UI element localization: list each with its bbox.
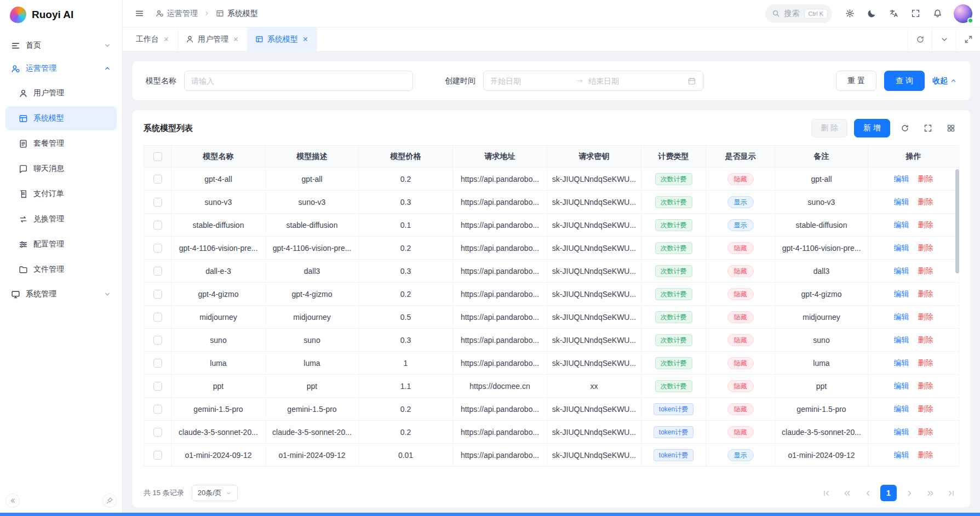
select-all-checkbox[interactable] <box>153 152 162 161</box>
prev-page-button[interactable] <box>859 485 876 501</box>
collapse-filter-link[interactable]: 收起 <box>932 76 957 86</box>
row-checkbox[interactable] <box>153 359 162 368</box>
operations-icon <box>156 9 164 18</box>
tab-menu-button[interactable] <box>932 27 956 51</box>
refresh-tab-button[interactable] <box>908 27 932 51</box>
row-checkbox[interactable] <box>153 405 162 414</box>
column-settings-button[interactable] <box>943 120 959 136</box>
row-checkbox[interactable] <box>153 175 162 184</box>
page-size-select[interactable]: 20条/页 <box>192 485 238 501</box>
dark-mode-button[interactable] <box>863 5 880 22</box>
delete-link[interactable]: 删除 <box>918 427 933 436</box>
delete-link[interactable]: 删除 <box>918 335 933 344</box>
fullscreen-button[interactable] <box>907 5 924 22</box>
edit-link[interactable]: 编辑 <box>894 197 909 206</box>
sidebar-item-models[interactable]: 系统模型 <box>5 106 117 130</box>
sidebar-group-system[interactable]: 系统管理 <box>5 283 117 306</box>
row-checkbox[interactable] <box>153 451 162 460</box>
language-button[interactable] <box>885 5 902 22</box>
sidebar-group-operations[interactable]: 运营管理 <box>5 57 117 80</box>
cell-remark: o1-mini-2024-09-12 <box>775 444 868 467</box>
edit-link[interactable]: 编辑 <box>894 243 909 252</box>
row-checkbox[interactable] <box>153 221 162 230</box>
edit-link[interactable]: 编辑 <box>894 381 909 390</box>
tab-models[interactable]: 系统模型 <box>248 27 317 51</box>
last-page-button[interactable] <box>943 485 959 501</box>
create-time-range-picker[interactable] <box>483 71 703 91</box>
delete-link[interactable]: 删除 <box>918 266 933 275</box>
table-scrollbar[interactable] <box>955 169 959 273</box>
delete-link[interactable]: 删除 <box>918 312 933 321</box>
sidebar-item-chat-messages[interactable]: 聊天消息 <box>5 157 117 181</box>
cell-model-name: gemini-1.5-pro <box>171 398 266 421</box>
collapse-sidebar-button[interactable] <box>5 494 20 508</box>
delete-link[interactable]: 删除 <box>918 358 933 367</box>
brand[interactable]: Ruoyi AI <box>0 0 122 30</box>
user-avatar[interactable] <box>954 4 972 23</box>
end-date-input[interactable] <box>588 77 669 85</box>
delete-link[interactable]: 删除 <box>918 174 933 183</box>
breadcrumb-item-operations[interactable]: 运营管理 <box>156 9 198 19</box>
row-checkbox[interactable] <box>153 313 162 322</box>
row-checkbox[interactable] <box>153 336 162 345</box>
tab-workbench[interactable]: 工作台 <box>128 27 178 51</box>
model-table-body: gpt-4-allgpt-all0.2https://api.pandarobo… <box>144 168 959 467</box>
delete-link[interactable]: 删除 <box>918 220 933 229</box>
edit-link[interactable]: 编辑 <box>894 289 909 298</box>
edit-link[interactable]: 编辑 <box>894 427 909 436</box>
tab-close-icon[interactable] <box>163 36 170 43</box>
sidebar-item-home[interactable]: 首页 <box>5 34 117 57</box>
delete-link[interactable]: 删除 <box>918 450 933 459</box>
maximize-content-button[interactable] <box>956 27 980 51</box>
row-checkbox[interactable] <box>153 290 162 299</box>
sidebar-item-files[interactable]: 文件管理 <box>5 257 117 282</box>
reset-button[interactable]: 重 置 <box>836 71 876 91</box>
start-date-input[interactable] <box>490 77 571 85</box>
delete-link[interactable]: 删除 <box>918 197 933 206</box>
sidebar-item-exchange[interactable]: 兑换管理 <box>5 207 117 231</box>
pin-icon[interactable] <box>102 494 117 508</box>
global-search[interactable]: 搜索 Ctrl K <box>765 4 833 23</box>
notifications-button[interactable] <box>929 5 946 22</box>
menu-toggle-button[interactable] <box>130 5 148 22</box>
sidebar-item-payment-orders[interactable]: 支付订单 <box>5 182 117 206</box>
tab-close-icon[interactable] <box>302 36 309 43</box>
page-1-button[interactable]: 1 <box>880 485 897 501</box>
delete-link[interactable]: 删除 <box>918 243 933 252</box>
cell-request-key: xx <box>547 375 641 398</box>
sidebar-item-packages[interactable]: 套餐管理 <box>5 131 117 156</box>
delete-link[interactable]: 删除 <box>918 404 933 413</box>
edit-link[interactable]: 编辑 <box>894 404 909 413</box>
edit-link[interactable]: 编辑 <box>894 266 909 275</box>
sidebar-item-users[interactable]: 用户管理 <box>5 81 117 105</box>
row-checkbox[interactable] <box>153 244 162 253</box>
edit-link[interactable]: 编辑 <box>894 335 909 344</box>
tab-close-icon[interactable] <box>232 36 239 43</box>
add-button[interactable]: 新 增 <box>854 119 890 137</box>
refresh-table-button[interactable] <box>897 120 913 136</box>
first-page-button[interactable] <box>818 485 834 501</box>
model-name-input[interactable] <box>184 71 413 91</box>
delete-link[interactable]: 删除 <box>918 381 933 390</box>
edit-link[interactable]: 编辑 <box>894 312 909 321</box>
next-5-pages-button[interactable] <box>922 485 938 501</box>
query-button[interactable]: 查 询 <box>884 71 925 91</box>
edit-link[interactable]: 编辑 <box>894 220 909 229</box>
delete-link[interactable]: 删除 <box>918 289 933 298</box>
fullscreen-table-button[interactable] <box>920 120 936 136</box>
prev-5-pages-button[interactable] <box>839 485 855 501</box>
edit-link[interactable]: 编辑 <box>894 450 909 459</box>
batch-delete-button[interactable]: 删 除 <box>811 119 847 137</box>
edit-link[interactable]: 编辑 <box>894 358 909 367</box>
cell-request-key: sk-JIUQLNndqSeKWU... <box>547 398 641 421</box>
arrow-right-icon <box>576 77 584 85</box>
row-checkbox[interactable] <box>153 198 162 207</box>
row-checkbox[interactable] <box>153 267 162 276</box>
edit-link[interactable]: 编辑 <box>894 174 909 183</box>
sidebar-item-config[interactable]: 配置管理 <box>5 232 117 256</box>
settings-button[interactable] <box>841 5 858 22</box>
row-checkbox[interactable] <box>153 428 162 437</box>
row-checkbox[interactable] <box>153 382 162 391</box>
tab-users[interactable]: 用户管理 <box>178 27 248 51</box>
next-page-button[interactable] <box>901 485 918 501</box>
